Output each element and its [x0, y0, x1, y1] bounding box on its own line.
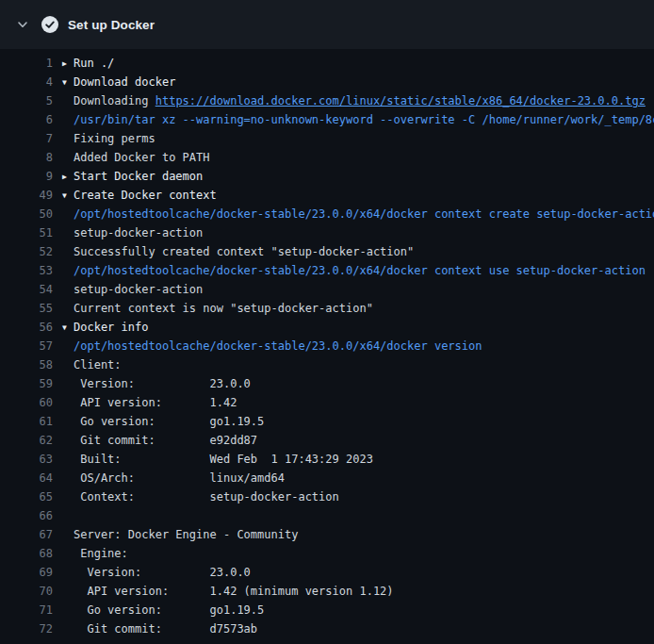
log-line: 72 Git commit: d7573ab [0, 619, 654, 638]
line-number[interactable]: 68 [0, 544, 53, 563]
log-text: Fixing perms [62, 129, 155, 148]
log-line: 70 API version: 1.42 (minimum version 1.… [0, 582, 654, 601]
line-number[interactable]: 57 [0, 337, 53, 355]
log-line: 7Fixing perms [0, 129, 654, 148]
line-number[interactable]: 69 [0, 563, 53, 582]
group-header[interactable]: ▼Create Docker context [62, 186, 217, 205]
group-header[interactable]: ▼Docker info [62, 318, 148, 337]
line-number[interactable]: 5 [0, 91, 53, 110]
line-number[interactable]: 62 [0, 431, 53, 450]
log-text: Downloading https://download.docker.com/… [62, 91, 646, 110]
log-line: 6/usr/bin/tar xz --warning=no-unknown-ke… [0, 110, 654, 129]
command-text: /usr/bin/tar xz --warning=no-unknown-key… [62, 110, 654, 129]
line-number[interactable]: 72 [0, 619, 53, 638]
log-line: 61 Go version: go1.19.5 [0, 412, 654, 431]
line-number[interactable]: 55 [0, 299, 53, 318]
log-text: Version: 23.0.0 [62, 563, 251, 582]
group-title: Create Docker context [74, 189, 217, 202]
line-number[interactable]: 60 [0, 393, 53, 412]
chevron-down-icon[interactable] [15, 17, 30, 32]
log-text: OS/Arch: linux/amd64 [62, 469, 285, 487]
group-title: Start Docker daemon [74, 170, 203, 183]
log-line: 50/opt/hostedtoolcache/docker-stable/23.… [0, 205, 654, 223]
line-number[interactable]: 58 [0, 355, 53, 374]
log-text: Current context is now "setup-docker-act… [62, 299, 373, 318]
log-text: Go version: go1.19.5 [62, 601, 264, 619]
line-number[interactable]: 53 [0, 261, 53, 280]
log-text: Added Docker to PATH [62, 148, 210, 167]
log-line: 56▼Docker info [0, 318, 654, 337]
log-text: Version: 23.0.0 [62, 374, 251, 393]
line-number[interactable]: 56 [0, 318, 53, 337]
group-title: Run ./ [74, 57, 114, 70]
line-number[interactable]: 51 [0, 223, 53, 242]
log-line: 60 API version: 1.42 [0, 393, 654, 412]
log-text: Client: [62, 355, 122, 374]
line-number[interactable]: 66 [0, 506, 53, 525]
line-number[interactable]: 7 [0, 129, 53, 148]
log-lines: 1▶Run ./4▼Download docker5Downloading ht… [0, 49, 654, 638]
line-number[interactable]: 65 [0, 487, 53, 506]
line-number[interactable]: 49 [0, 186, 53, 205]
line-number[interactable]: 71 [0, 601, 53, 619]
line-number[interactable]: 70 [0, 582, 53, 601]
command-text: /opt/hostedtoolcache/docker-stable/23.0.… [62, 337, 482, 355]
chevron-down-icon: ▼ [62, 319, 74, 337]
log-line: 1▶Run ./ [0, 54, 654, 73]
log-text: Successfully created context "setup-dock… [62, 242, 414, 261]
chevron-down-icon: ▼ [62, 187, 74, 205]
log-line: 65 Context: setup-docker-action [0, 487, 654, 506]
line-number[interactable]: 8 [0, 148, 53, 167]
log-line: 55Current context is now "setup-docker-a… [0, 299, 654, 318]
log-text: API version: 1.42 [62, 393, 237, 412]
log-line: 8Added Docker to PATH [0, 148, 654, 167]
group-title: Download docker [74, 75, 175, 89]
log-text: Server: Docker Engine - Community [62, 525, 298, 544]
log-line: 67Server: Docker Engine - Community [0, 525, 654, 544]
log-line: 49▼Create Docker context [0, 186, 654, 205]
log-line: 52Successfully created context "setup-do… [0, 242, 654, 261]
log-line: 66 [0, 506, 654, 525]
line-number[interactable]: 1 [0, 54, 53, 73]
download-link[interactable]: https://download.docker.com/linux/static… [155, 94, 646, 107]
log-text: Go version: go1.19.5 [62, 412, 264, 431]
line-number[interactable]: 52 [0, 242, 53, 261]
log-line: 54setup-docker-action [0, 280, 654, 299]
line-number[interactable]: 4 [0, 73, 53, 91]
log-line: 57/opt/hostedtoolcache/docker-stable/23.… [0, 337, 654, 355]
group-header[interactable]: ▶Start Docker daemon [62, 167, 203, 186]
log-line: 58Client: [0, 355, 654, 374]
log-text: setup-docker-action [62, 280, 203, 299]
log-text: setup-docker-action [62, 223, 203, 242]
log-line: 5Downloading https://download.docker.com… [0, 91, 654, 110]
line-number[interactable]: 54 [0, 280, 53, 299]
log-text: Built: Wed Feb 1 17:43:29 2023 [62, 450, 373, 469]
line-number[interactable]: 9 [0, 167, 53, 186]
group-header[interactable]: ▼Download docker [62, 73, 175, 91]
command-text: /opt/hostedtoolcache/docker-stable/23.0.… [62, 205, 654, 223]
line-number[interactable]: 6 [0, 110, 53, 129]
line-number[interactable]: 63 [0, 450, 53, 469]
chevron-right-icon: ▶ [62, 168, 74, 186]
step-title: Set up Docker [68, 18, 155, 32]
log-line: 63 Built: Wed Feb 1 17:43:29 2023 [0, 450, 654, 469]
line-number[interactable]: 50 [0, 205, 53, 223]
log-text: API version: 1.42 (minimum version 1.12) [62, 582, 394, 601]
log-text: Context: setup-docker-action [62, 487, 339, 506]
log-line: 62 Git commit: e92dd87 [0, 431, 654, 450]
log-line: 59 Version: 23.0.0 [0, 374, 654, 393]
step-header[interactable]: Set up Docker [0, 0, 654, 49]
log-text: Engine: [62, 544, 128, 563]
line-number[interactable]: 64 [0, 469, 53, 487]
log-line: 4▼Download docker [0, 73, 654, 91]
log-text: Git commit: d7573ab [62, 619, 257, 638]
chevron-right-icon: ▶ [62, 55, 74, 73]
chevron-down-icon: ▼ [62, 74, 74, 91]
line-number[interactable]: 67 [0, 525, 53, 544]
group-title: Docker info [74, 321, 148, 334]
group-header[interactable]: ▶Run ./ [62, 54, 114, 73]
log-line: 71 Go version: go1.19.5 [0, 601, 654, 619]
log-line: 69 Version: 23.0.0 [0, 563, 654, 582]
line-number[interactable]: 61 [0, 412, 53, 431]
line-number[interactable]: 59 [0, 374, 53, 393]
